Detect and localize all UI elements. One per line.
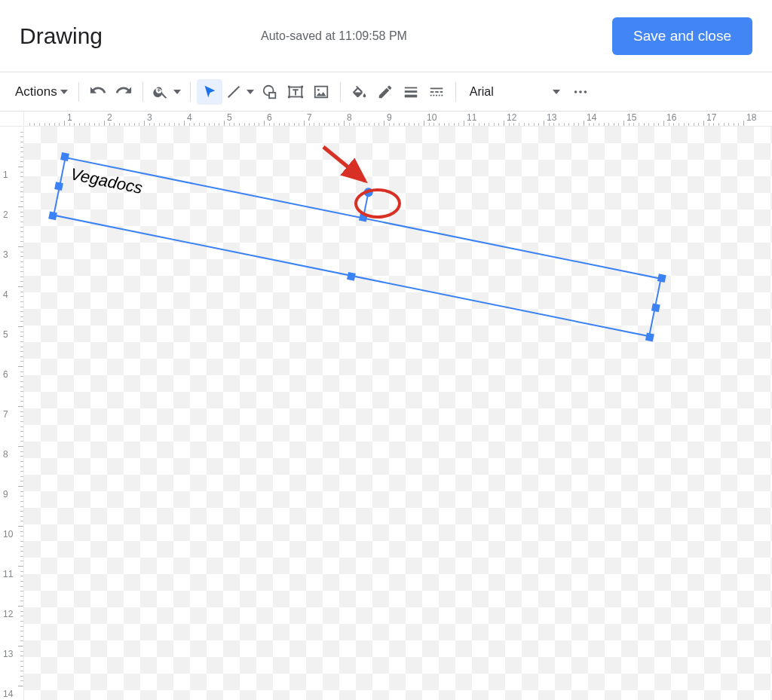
separator — [190, 82, 191, 102]
svg-rect-18 — [436, 94, 437, 96]
svg-rect-17 — [433, 94, 434, 96]
font-family-picker[interactable]: Arial — [462, 79, 568, 105]
image-tool-button[interactable] — [308, 79, 334, 105]
resize-handle-tl[interactable] — [60, 152, 69, 161]
redo-button[interactable] — [111, 79, 136, 105]
resize-handle-ml[interactable] — [54, 182, 63, 191]
svg-point-21 — [574, 90, 577, 93]
dialog-header: Drawing Auto-saved at 11:09:58 PM Save a… — [0, 0, 772, 72]
cursor-icon — [201, 84, 218, 100]
shape-icon — [262, 84, 278, 100]
line-icon — [225, 84, 242, 100]
svg-rect-13 — [430, 91, 434, 93]
svg-rect-19 — [439, 94, 440, 96]
fill-color-button[interactable] — [347, 79, 372, 105]
resize-handle-mr[interactable] — [651, 303, 660, 312]
textbox-text: Vegadocs — [69, 164, 144, 198]
shape-tool-button[interactable] — [257, 79, 283, 105]
svg-point-22 — [579, 90, 582, 93]
toolbar: Actions — [0, 72, 772, 112]
line-tool-button[interactable] — [222, 79, 257, 105]
actions-menu-button[interactable]: Actions — [11, 79, 72, 105]
svg-rect-11 — [405, 94, 418, 97]
svg-rect-20 — [441, 94, 443, 96]
separator — [455, 82, 456, 102]
svg-rect-1 — [269, 92, 275, 97]
line-weight-icon — [403, 84, 419, 100]
border-weight-button[interactable] — [398, 79, 424, 105]
resize-handle-bl[interactable] — [48, 211, 57, 220]
svg-rect-12 — [430, 87, 443, 89]
zoom-icon — [152, 84, 169, 100]
save-and-close-button[interactable]: Save and close — [612, 17, 752, 55]
annotation-arrow-icon — [320, 143, 380, 188]
actions-label: Actions — [15, 84, 57, 99]
separator — [142, 82, 143, 102]
more-options-button[interactable] — [568, 79, 593, 105]
select-tool-button[interactable] — [197, 79, 222, 105]
svg-rect-10 — [405, 90, 418, 93]
svg-rect-14 — [435, 91, 439, 93]
svg-point-23 — [584, 90, 587, 93]
svg-rect-9 — [405, 87, 418, 88]
caret-down-icon — [553, 90, 560, 94]
ruler-vertical[interactable]: 1234567891011121314 — [0, 127, 24, 700]
svg-rect-4 — [301, 85, 303, 87]
svg-rect-15 — [440, 91, 443, 93]
dialog-title: Drawing — [20, 23, 103, 49]
zoom-button[interactable] — [149, 79, 184, 105]
svg-rect-6 — [301, 96, 303, 98]
undo-icon — [90, 84, 106, 100]
caret-down-icon — [60, 90, 68, 94]
separator — [78, 82, 79, 102]
pencil-icon — [377, 84, 394, 100]
autosave-status: Auto-saved at 11:09:58 PM — [261, 29, 407, 43]
more-horizontal-icon — [572, 84, 589, 100]
font-name-label: Arial — [470, 85, 494, 99]
undo-button[interactable] — [85, 79, 111, 105]
svg-rect-5 — [288, 96, 290, 98]
header-left: Drawing Auto-saved at 11:09:58 PM — [20, 23, 407, 49]
image-icon — [313, 84, 329, 100]
caret-down-icon — [173, 90, 181, 94]
separator — [340, 82, 341, 102]
drawing-canvas[interactable]: Vegadocs — [24, 127, 772, 700]
resize-handle-br[interactable] — [645, 333, 654, 342]
svg-point-8 — [317, 88, 320, 90]
resize-handle-tr[interactable] — [657, 274, 666, 283]
paint-bucket-icon — [351, 84, 368, 100]
textbox-icon — [287, 84, 304, 100]
ruler-corner — [0, 112, 24, 127]
svg-rect-3 — [288, 85, 290, 87]
annotation-ellipse — [354, 188, 401, 219]
border-dash-button[interactable] — [424, 79, 449, 105]
resize-handle-mb[interactable] — [347, 272, 356, 281]
svg-line-24 — [323, 147, 365, 181]
ruler-horizontal[interactable]: 123456789101112131415161718 — [24, 112, 772, 127]
line-dash-icon — [428, 84, 445, 100]
textbox-tool-button[interactable] — [283, 79, 308, 105]
svg-rect-16 — [430, 94, 432, 96]
redo-icon — [115, 84, 132, 100]
caret-down-icon — [247, 90, 254, 94]
workspace: 123456789101112131415161718 123456789101… — [0, 112, 772, 700]
border-color-button[interactable] — [372, 79, 398, 105]
